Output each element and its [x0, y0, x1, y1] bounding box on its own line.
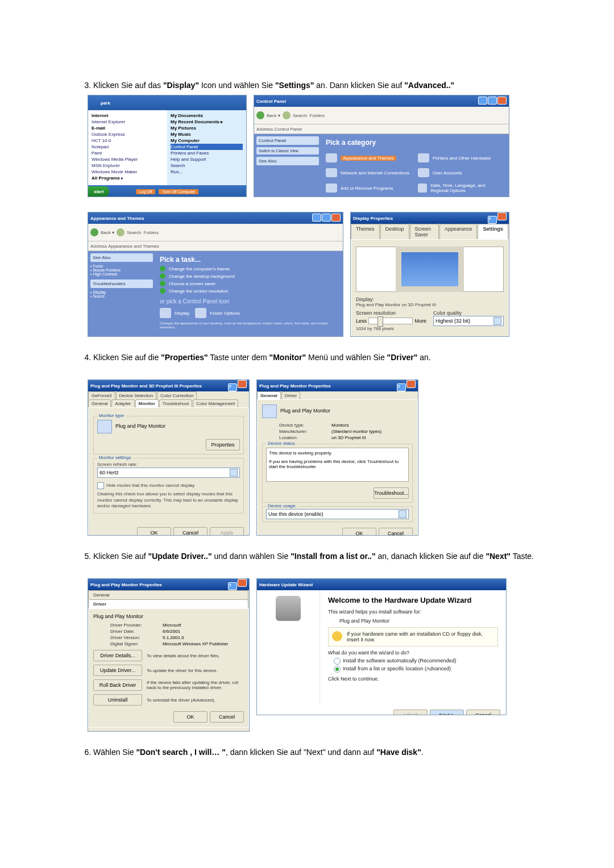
monitor-icon: [262, 404, 277, 418]
screenshot-monitor-properties: Plug and Play Monitor and 3D Prophet III…: [88, 379, 250, 536]
step-4: Klicken Sie auf die "Properties" Taste u…: [93, 352, 540, 364]
properties-button[interactable]: Properties: [206, 439, 240, 450]
hide-modes-checkbox[interactable]: [97, 482, 104, 489]
tab-driver[interactable]: Driver: [88, 599, 248, 608]
step-3: Klicken Sie auf das "Display" Icon und w…: [93, 80, 540, 91]
address-bar[interactable]: Address Control Panel: [254, 124, 509, 134]
icon-display[interactable]: Display: [160, 308, 189, 318]
refresh-rate-combo[interactable]: 60 Hertz: [97, 468, 240, 478]
screenshot-hardware-wizard: Hardware Update Wizard Welcome to the Ha…: [256, 578, 507, 715]
screenshot-appearance-themes: Appearance and Themes Back ▾SearchFolder…: [88, 212, 343, 337]
device-usage-combo[interactable]: Use this device (enable): [266, 509, 409, 519]
window-controls[interactable]: [478, 97, 507, 106]
tab-desktop[interactable]: Desktop: [380, 224, 409, 239]
log-off-button[interactable]: Log Off: [136, 189, 156, 194]
tab-screensaver[interactable]: Screen Saver: [410, 224, 439, 239]
turn-off-button[interactable]: Turn Off Computer: [159, 189, 198, 194]
dialog-title: Display Properties: [353, 216, 393, 221]
step-5: Klicken Sie auf "Update Driver.." und da…: [93, 550, 540, 562]
cancel-button[interactable]: Cancel: [466, 710, 500, 715]
icon-folder-options[interactable]: Folder Options: [195, 308, 239, 318]
troubleshoot-button[interactable]: Troubleshoot...: [374, 487, 409, 499]
tab-appearance[interactable]: Appearance: [439, 224, 478, 239]
update-driver-button[interactable]: Update Driver...: [93, 665, 142, 676]
wizard-icon: [276, 596, 301, 621]
radio-list[interactable]: [334, 666, 341, 673]
screenshot-start-menu: park Internet Internet Explorer E-mail O…: [88, 95, 247, 197]
link-appearance-themes[interactable]: Appearance and Themes: [326, 153, 412, 162]
heading-pick-category: Pick a category: [326, 139, 504, 147]
tab-monitor[interactable]: Monitor: [135, 399, 159, 407]
screenshot-control-panel: Control Panel Back ▾SearchFolders Addres…: [254, 95, 509, 197]
back-icon[interactable]: [256, 111, 264, 119]
step3-text: Klicken Sie auf das "Display" Icon und w…: [93, 81, 454, 90]
monitor-icon: [97, 420, 112, 433]
next-button[interactable]: Next >: [430, 710, 464, 715]
radio-auto[interactable]: [334, 658, 341, 665]
tab-driver[interactable]: Driver: [281, 391, 300, 399]
start-button[interactable]: start: [88, 186, 109, 197]
screenshot-display-properties: Display Properties? Themes Desktop Scree…: [350, 212, 509, 337]
wizard-title: Hardware Update Wizard: [259, 582, 313, 587]
tab-settings[interactable]: Settings: [478, 224, 508, 239]
tab-general[interactable]: General: [257, 391, 281, 399]
rollback-driver-button[interactable]: Roll Back Driver: [93, 679, 142, 691]
back-button[interactable]: < Back: [393, 710, 428, 715]
driver-details-button[interactable]: Driver Details...: [93, 650, 142, 661]
screenshot-driver-tab: Plug and Play Monitor Properties? Genera…: [88, 578, 250, 732]
uninstall-button[interactable]: Uninstall: [93, 694, 142, 706]
resolution-slider[interactable]: [368, 318, 413, 324]
start-menu-control-panel[interactable]: Control Panel: [171, 144, 243, 150]
screenshot-pnp-general: Plug and Play Monitor Properties? Genera…: [256, 379, 418, 536]
color-quality-combo[interactable]: Highest (32 bit): [433, 316, 504, 326]
wizard-note: If your hardware came with an installati…: [328, 627, 498, 646]
step-6: Wählen Sie "Don't search , I will… ", da…: [93, 746, 540, 758]
window-title: Control Panel: [256, 99, 286, 104]
tab-themes[interactable]: Themes: [351, 224, 380, 239]
monitor-preview: [356, 247, 504, 292]
appearance-icon: [326, 153, 337, 162]
wizard-heading: Welcome to the Hardware Update Wizard: [328, 596, 498, 604]
heading-pick-task: Pick a task...: [160, 256, 338, 264]
info-icon: [332, 631, 342, 641]
start-menu-user: park: [88, 95, 246, 110]
fwd-icon[interactable]: [283, 111, 291, 119]
